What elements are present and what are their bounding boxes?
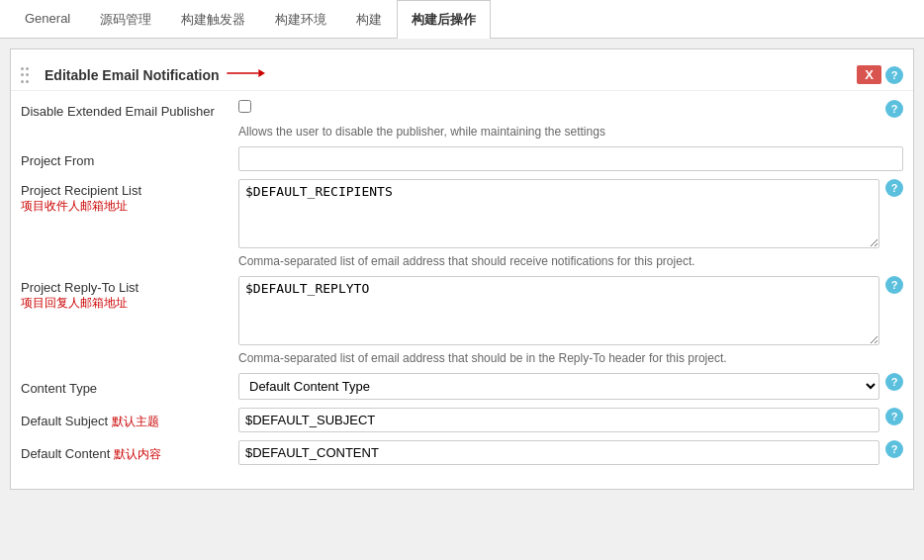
tab-bar: General 源码管理 构建触发器 构建环境 构建 构建后操作 [0,0,924,39]
close-button[interactable]: X [857,65,881,84]
disable-checkbox[interactable] [238,100,251,113]
disable-label: Disable Extended Email Publisher [21,104,215,119]
drag-handle[interactable] [21,67,33,83]
replyto-hint: Comma-separated list of email address th… [11,349,913,369]
tab-env[interactable]: 构建环境 [260,0,341,39]
recipient-hint: Comma-separated list of email address th… [11,252,913,272]
arrow-icon [226,65,265,84]
content-type-label: Content Type [21,381,97,396]
project-from-label: Project From [21,153,94,168]
tab-general[interactable]: General [10,0,85,39]
disable-row: Disable Extended Email Publisher ? [11,95,913,123]
content-area: Editable Email Notification X ? Disable … [10,48,914,490]
project-recipient-row: Project Recipient List 项目收件人邮箱地址 ? [11,175,913,252]
help-icon-disable[interactable]: ? [885,100,903,118]
content-type-row: Content Type Default Content Type HTML P… [11,369,913,404]
default-subject-cn: 默认主题 [112,415,159,428]
project-replyto-row: Project Reply-To List 项目回复人邮箱地址 ? [11,272,913,349]
section-header-row: Editable Email Notification X ? [11,59,913,91]
help-icon-replyto[interactable]: ? [885,276,903,294]
help-icon-recipient[interactable]: ? [885,179,903,197]
project-recipient-label: Project Recipient List [21,183,238,198]
default-subject-input[interactable] [238,408,879,432]
help-icon-subject[interactable]: ? [885,408,903,425]
tab-build[interactable]: 构建 [341,0,397,39]
tab-source[interactable]: 源码管理 [85,0,166,39]
project-replyto-label: Project Reply-To List [21,280,238,295]
default-subject-row: Default Subject 默认主题 ? [11,404,913,436]
project-recipient-cn: 项目收件人邮箱地址 [21,198,238,215]
content-type-select[interactable]: Default Content Type HTML Plain Text [238,373,879,400]
default-content-input[interactable] [238,440,879,465]
help-icon-content[interactable]: ? [885,440,903,458]
project-recipient-textarea[interactable] [238,179,879,248]
project-from-row: Project From [11,142,913,175]
tab-post-build[interactable]: 构建后操作 [397,0,491,39]
project-replyto-textarea[interactable] [238,276,879,345]
help-icon-content-type[interactable]: ? [885,373,903,391]
project-replyto-cn: 项目回复人邮箱地址 [21,295,238,312]
section-title-area: Editable Email Notification [21,65,857,84]
default-content-row: Default Content 默认内容 ? [11,436,913,469]
svg-marker-1 [258,69,265,77]
project-from-input[interactable] [238,146,903,171]
default-content-cn: 默认内容 [114,447,161,461]
default-content-label: Default Content [21,446,110,461]
section-title: Editable Email Notification [45,67,220,83]
disable-hint: Allows the user to disable the publisher… [11,123,913,142]
default-subject-label: Default Subject [21,414,108,428]
tab-triggers[interactable]: 构建触发器 [166,0,260,39]
help-icon-header[interactable]: ? [885,66,903,84]
